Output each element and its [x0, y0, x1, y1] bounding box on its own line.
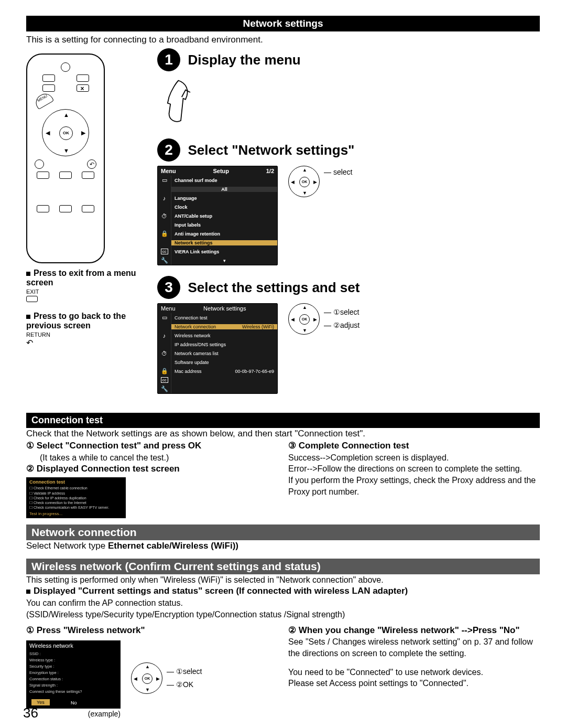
page-number: 36 [23, 705, 38, 721]
wireless-step1: Press "Wireless network" [37, 625, 145, 635]
exit-button-icon [26, 296, 38, 302]
setup-menu-screenshot: MenuSetup1/2 ▭Channel surf mode All ♪Lan… [157, 166, 278, 265]
dpad-adjust-icon: ▲▼◀▶ OK [288, 303, 320, 335]
return-button-icon: ↶ [26, 338, 147, 348]
hand-pointing-icon [157, 76, 204, 128]
ct-step2: Displayed Connection test screen [37, 464, 180, 474]
step-3: 3 Select the settings and set MenuNetwor… [157, 276, 540, 394]
select-label: select [333, 168, 353, 176]
step-2-num: 2 [157, 138, 180, 162]
step-2-title: Select "Network settings" [188, 142, 354, 158]
example-label: (example) [26, 710, 121, 718]
step-2: 2 Select "Network settings" MenuSetup1/2… [157, 138, 540, 265]
wireless-header: Wireless network (Confirm Current settin… [26, 559, 540, 574]
wireless-network-screenshot: Wireless network SSID : Wireless type : … [26, 640, 121, 709]
step-1-num: 1 [157, 48, 180, 71]
wireless-select-label: ①select [176, 667, 202, 676]
network-connection-text: Select Network type Ethernet cable/Wirel… [26, 540, 540, 552]
ct-step3-l1: Success-->Completion screen is displayed… [288, 452, 540, 464]
select-label3: ①select [333, 308, 360, 316]
step-1: 1 Display the menu [157, 48, 540, 128]
exit-note: Press to exit from a menu screen [26, 269, 147, 287]
wireless-l4: (SSID/Wireless type/Security type/Encryp… [26, 609, 540, 620]
dpad-icon: ▲▼◀▶ OK [42, 109, 89, 156]
wireless-step2: When you change "Wireless network" -->Pr… [299, 625, 520, 635]
no-button: No [71, 700, 77, 705]
network-connection-header: Network connection [26, 524, 540, 540]
wireless-r3: Please set Access point settings to "Con… [288, 678, 540, 689]
network-settings-menu-screenshot: MenuNetwork settings ▭Connection test Ne… [157, 303, 278, 394]
section-header: Network settings [26, 16, 540, 31]
return-label: RETURN [26, 331, 147, 338]
back-note: Press to go back to the previous screen [26, 312, 147, 330]
wireless-l2: Displayed "Current settings and status" … [34, 586, 408, 596]
step-3-num: 3 [157, 276, 180, 299]
ct-step3-l3: If you perform the Proxy settings, check… [288, 475, 540, 497]
wireless-r2: You need to be "Connected" to use networ… [288, 667, 540, 678]
exit-label: EXIT [26, 288, 147, 295]
remote-illustration: MENU ▲▼◀▶ OK ↶ [26, 53, 105, 263]
ct-step1: Select "Connection test" and press OK [37, 441, 202, 451]
step-3-title: Select the settings and set [188, 280, 360, 296]
return-icon: ↶ [87, 159, 96, 169]
ct-step3-l2: Error-->Follow the directions on screen … [288, 463, 540, 475]
intro-text: This is a setting for connecting to a br… [26, 35, 540, 45]
ct-step3: Complete Connection test [299, 441, 409, 451]
connection-test-screenshot: Connection test Check Ethernet cable con… [26, 477, 126, 518]
wireless-ok-label: ②OK [176, 680, 193, 689]
wireless-r1: See "Sets / Changes wireless network set… [288, 636, 540, 659]
wireless-l1: This setting is performed only when "Wir… [26, 574, 540, 586]
ct-step1-note: (It takes a while to cancel the test.) [26, 452, 278, 464]
connection-test-header: Connection test [26, 413, 540, 428]
dpad-select-icon: ▲▼◀▶ OK [288, 166, 320, 197]
step-1-title: Display the menu [188, 52, 300, 68]
wireless-l3: You can confirm the AP connection status… [26, 597, 540, 609]
dpad-wireless-icon: ▲▼◀▶ OK [131, 662, 162, 694]
adjust-label3: ②adjust [333, 321, 360, 329]
menu-button-icon: MENU [33, 91, 54, 110]
connection-test-intro: Check that the Network settings are as s… [26, 428, 540, 440]
